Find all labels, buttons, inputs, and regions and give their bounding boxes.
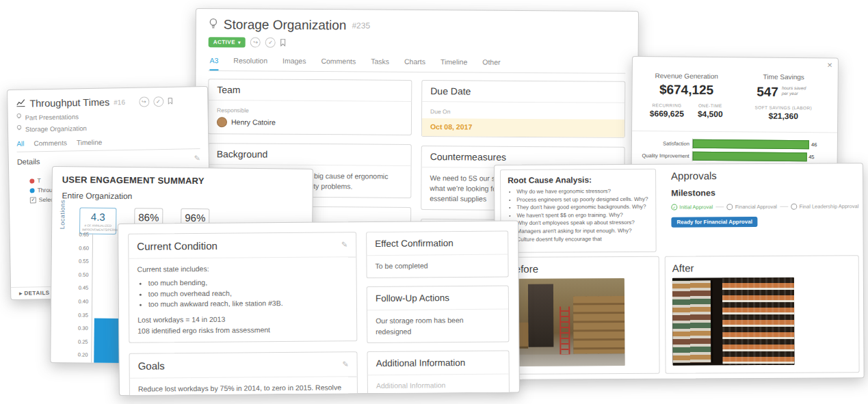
due-date-card: Due Date Due On Oct 08, 2017 bbox=[421, 80, 625, 137]
metric-label: Time Savings bbox=[738, 72, 830, 81]
card-title: Effect Confirmation bbox=[375, 238, 453, 249]
goals-text: Reduce lost workdays by 75% in 2014, to … bbox=[130, 377, 357, 396]
bullet-item: Culture doesnt fully encourage that bbox=[517, 234, 649, 243]
additional-information-card: Additional Information Additional Inform… bbox=[367, 351, 510, 396]
edit-pencil-icon[interactable]: ✎ bbox=[341, 240, 347, 249]
close-icon[interactable]: × bbox=[827, 59, 832, 70]
card-title: Additional Information bbox=[376, 358, 466, 368]
share-icon[interactable]: ↪ bbox=[250, 37, 261, 47]
share-icon[interactable]: ↪ bbox=[139, 96, 149, 107]
follow-up-text: Our storage room has been redesigned bbox=[367, 309, 508, 342]
photo-ladder bbox=[560, 306, 570, 357]
card-title: Team bbox=[217, 84, 240, 95]
lightbulb-icon bbox=[209, 18, 218, 32]
chart-bar bbox=[94, 318, 122, 365]
after-photo bbox=[672, 278, 795, 366]
satisfaction-bar bbox=[693, 139, 809, 149]
tab-a3[interactable]: A3 bbox=[209, 53, 218, 70]
tab-timeline[interactable]: Timeline bbox=[77, 137, 103, 151]
due-date-value: Oct 08, 2017 bbox=[422, 118, 624, 137]
bullet-item: We haven't spent $$ on ergo training. Wh… bbox=[516, 211, 648, 220]
bullet-item: Why do we have ergonomic stressors? bbox=[516, 187, 648, 196]
section-title: Details bbox=[17, 157, 40, 166]
tab-charts[interactable]: Charts bbox=[404, 54, 425, 72]
metric-value: $674,125 bbox=[640, 82, 732, 98]
tab-other[interactable]: Other bbox=[482, 55, 500, 72]
tab-all[interactable]: All bbox=[16, 138, 24, 152]
bar-row: Quality Improvement 45 bbox=[632, 150, 837, 163]
line-chart-icon bbox=[16, 98, 25, 110]
bookmark-icon[interactable] bbox=[280, 39, 286, 46]
effect-confirmation-card: Effect Confirmation To be completed bbox=[366, 231, 509, 278]
tab-resolution[interactable]: Resolution bbox=[233, 53, 267, 70]
tab-images[interactable]: Images bbox=[282, 53, 306, 71]
breadcrumb-item[interactable]: Storage Organization bbox=[16, 122, 200, 133]
breadcrumb-item[interactable]: Part Presentations bbox=[16, 110, 200, 122]
bullet-item: Why don't employees speak up about stres… bbox=[516, 219, 648, 228]
card-title: Countermeasures bbox=[430, 151, 506, 163]
lightbulb-icon bbox=[16, 113, 22, 122]
tab-comments[interactable]: Comments bbox=[34, 137, 67, 151]
card-title: Due Date bbox=[430, 85, 471, 96]
metric-label: Revenue Generation bbox=[641, 72, 733, 80]
follow-up-actions-card: Follow-Up Actions Our storage room has b… bbox=[367, 285, 510, 343]
milestones-subtitle: Milestones bbox=[671, 187, 858, 198]
milestone-financial-approval[interactable]: Financial Approval bbox=[727, 204, 777, 210]
sub-metric-label: RECURRING bbox=[650, 103, 684, 107]
sub-metric-label: ONE-TIME bbox=[698, 103, 723, 108]
storage-window-header: Storage Organization #235 ACTIVE▾ ↪ ✓ A3… bbox=[196, 9, 638, 74]
card-title: Follow-Up Actions bbox=[376, 293, 449, 304]
metric-note: hours saved per year bbox=[782, 85, 811, 97]
tab-tasks[interactable]: Tasks bbox=[371, 54, 389, 72]
stat-tile: 4.3 # OF ANNUALIZED IMPROVEMENTS/PERSON bbox=[79, 207, 116, 234]
milestone-initial-approval[interactable]: ✓ Initial Approval bbox=[671, 204, 713, 210]
check-icon[interactable]: ✓ bbox=[153, 96, 163, 107]
bullet-item: Process engineers set up poorly designed… bbox=[516, 195, 648, 204]
window-title: Throughput Times bbox=[29, 96, 109, 109]
status-badge[interactable]: ACTIVE▾ bbox=[209, 37, 246, 47]
milestone-pending-icon bbox=[791, 204, 798, 210]
person-name: Henry Catoire bbox=[231, 118, 276, 129]
edit-pencil-icon[interactable]: ✎ bbox=[342, 360, 348, 368]
effect-confirmation-text: To be completed bbox=[367, 255, 508, 278]
photo-shelf-rows bbox=[722, 278, 795, 366]
impact-bar-chart: Satisfaction 46 Quality Improvement 45 bbox=[632, 131, 837, 163]
scope-selector[interactable]: Entire Organization bbox=[53, 185, 313, 203]
current-condition-card: Current Condition ✎ Current state includ… bbox=[128, 232, 357, 342]
analysis-panel: Root Cause Analysis: Why do we have ergo… bbox=[494, 163, 865, 380]
edit-pencil-icon[interactable]: ✎ bbox=[194, 154, 200, 163]
stat-value: 4.3 bbox=[82, 211, 114, 222]
caret-down-icon: ▾ bbox=[238, 40, 241, 45]
card-title: Root Cause Analysis: bbox=[508, 175, 648, 185]
photo-floor bbox=[508, 354, 624, 366]
card-title: Background bbox=[217, 148, 268, 159]
stat-value: 96% bbox=[183, 212, 207, 224]
responsible-person[interactable]: Henry Catoire bbox=[217, 118, 403, 129]
additional-info-subtitle: Additional Information bbox=[376, 380, 501, 392]
bar-label: Satisfaction bbox=[632, 140, 692, 147]
metric-value: 547 bbox=[757, 85, 778, 100]
card-title: Current Condition bbox=[137, 240, 218, 252]
photo-doorway bbox=[528, 284, 554, 347]
approvals-section: Approvals Milestones ✓ Initial Approval … bbox=[671, 169, 858, 227]
sub-metric-value: $669,625 bbox=[650, 109, 684, 118]
quality-improvement-bar bbox=[693, 152, 807, 161]
bullet-item: too much awkward reach, like station #3B… bbox=[148, 298, 348, 310]
item-number: #235 bbox=[352, 21, 370, 30]
milestone-final-leadership-approval[interactable]: Final Leadership Approval bbox=[791, 203, 859, 210]
approval-status-badge: Ready for Financial Approval bbox=[671, 217, 757, 228]
series-color-dot bbox=[29, 178, 34, 183]
card-title: After bbox=[672, 261, 852, 273]
milestone-done-icon: ✓ bbox=[671, 204, 677, 211]
bookmark-icon[interactable] bbox=[168, 96, 172, 106]
card-title: Goals bbox=[138, 360, 165, 371]
side-tab-locations[interactable]: Locations bbox=[59, 200, 66, 229]
series-color-dot bbox=[30, 188, 35, 193]
check-icon[interactable]: ✓ bbox=[265, 38, 276, 48]
tab-comments[interactable]: Comments bbox=[321, 53, 356, 71]
tab-timeline[interactable]: Timeline bbox=[440, 54, 467, 72]
milestone-connector bbox=[715, 206, 724, 207]
y-axis-ticks: 0.65 0.60 0.55 0.50 0.45 0.40 0.35 0.30 … bbox=[71, 232, 89, 358]
lightbulb-icon bbox=[16, 125, 22, 133]
bar-label: Quality Improvement bbox=[632, 152, 692, 159]
